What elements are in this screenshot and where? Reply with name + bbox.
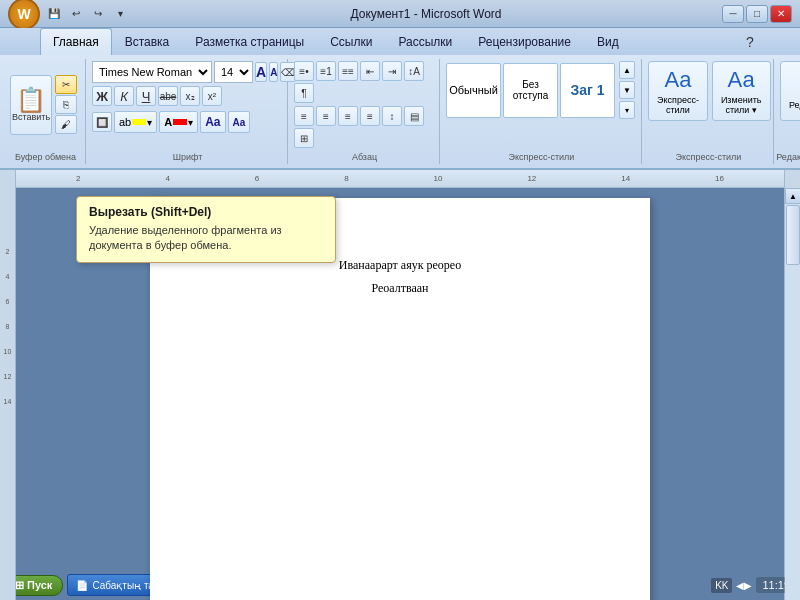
- sort-button[interactable]: ↕A: [404, 61, 424, 81]
- numbering-icon: ≡1: [320, 66, 331, 77]
- clipboard-group-content: 📋 Вставить ✂ ⎘ 🖌: [10, 61, 81, 148]
- tooltip: Вырезать (Shift+Del) Удаление выделенног…: [76, 196, 336, 263]
- bold-icon: Ж: [96, 89, 108, 104]
- style-heading1[interactable]: Заг 1: [560, 63, 615, 118]
- styles-expand-button[interactable]: ▾: [619, 101, 635, 119]
- borders-button[interactable]: ⊞: [294, 128, 314, 148]
- office-button[interactable]: W: [8, 0, 40, 30]
- more-quick-btn[interactable]: ▾: [110, 4, 130, 24]
- copy-button[interactable]: ⎘: [55, 95, 77, 114]
- font-color-button[interactable]: A ▾: [159, 111, 198, 133]
- inc-indent-icon: ⇥: [388, 66, 396, 77]
- font-color-arrow: ▾: [188, 117, 193, 128]
- subscript-button[interactable]: x₂: [180, 86, 200, 106]
- tab-home[interactable]: Главная: [40, 28, 112, 55]
- decrease-indent-button[interactable]: ⇤: [360, 61, 380, 81]
- paste-button[interactable]: 📋 Вставить: [10, 75, 52, 135]
- tab-references[interactable]: Ссылки: [317, 28, 385, 55]
- format-painter-button[interactable]: 🖌: [55, 115, 77, 134]
- underline-button[interactable]: Ч: [136, 86, 156, 106]
- paste-icon: 📋: [16, 88, 46, 112]
- superscript-button[interactable]: x²: [202, 86, 222, 106]
- font-aa2-button[interactable]: Aa: [228, 111, 251, 133]
- highlight-arrow: ▾: [147, 117, 152, 128]
- bold-button[interactable]: Ж: [92, 86, 112, 106]
- sub-icon: x₂: [186, 91, 195, 102]
- express-icon: Aa: [664, 67, 691, 93]
- tab-insert[interactable]: Вставка: [112, 28, 183, 55]
- font-aa2-icon: Aa: [233, 117, 246, 128]
- scroll-up-button[interactable]: ▲: [785, 188, 800, 204]
- align-left-button[interactable]: ≡: [294, 106, 314, 126]
- numbering-button[interactable]: ≡1: [316, 61, 336, 81]
- increase-indent-button[interactable]: ⇥: [382, 61, 402, 81]
- style-no-spacing[interactable]: Без отступа: [503, 63, 558, 118]
- show-marks-button[interactable]: ¶: [294, 83, 314, 103]
- document-scroll[interactable]: Иванаарарт аяук реорео Реоалтваан Выреза…: [16, 188, 784, 600]
- document-content: Иванаарарт аяук реорео Реоалтваан: [220, 258, 580, 296]
- minimize-button[interactable]: ─: [722, 5, 744, 23]
- strikethrough-button[interactable]: abe: [158, 86, 178, 106]
- styles-down-button[interactable]: ▼: [619, 81, 635, 99]
- font-color-swatch: [173, 119, 187, 125]
- tab-review[interactable]: Рецензирование: [465, 28, 584, 55]
- font-name-select[interactable]: Times New Roman: [92, 61, 212, 83]
- cut-icon: ✂: [62, 79, 70, 90]
- align-center-button[interactable]: ≡: [316, 106, 336, 126]
- grow-font-button[interactable]: A: [255, 62, 267, 82]
- tooltip-description: Удаление выделенного фрагмента из докуме…: [89, 223, 323, 254]
- shrink-icon: A: [270, 67, 277, 78]
- titlebar: W 💾 ↩ ↪ ▾ Документ1 - Microsoft Word ─ □…: [0, 0, 800, 28]
- multilevel-icon: ≡≡: [342, 66, 354, 77]
- highlight-icon: ab: [119, 116, 131, 128]
- shrink-font-button[interactable]: A: [269, 62, 278, 82]
- font-aa-button[interactable]: Aa: [200, 111, 225, 133]
- corner-ruler: [0, 170, 16, 188]
- titlebar-left: W 💾 ↩ ↪ ▾: [8, 0, 130, 30]
- font-name-row: Times New Roman 14 A A ⌫: [92, 61, 283, 83]
- highlight-color-button[interactable]: ab ▾: [114, 111, 157, 133]
- ribbon-content: 📋 Вставить ✂ ⎘ 🖌: [0, 55, 800, 168]
- justify-button[interactable]: ≡: [360, 106, 380, 126]
- ribbon-help-btn[interactable]: ?: [740, 32, 760, 52]
- change-label: Изменить стили ▾: [721, 95, 762, 115]
- font-label: Шрифт: [88, 152, 287, 162]
- bullets-button[interactable]: ≡•: [294, 61, 314, 81]
- text-effects-button[interactable]: 🔲: [92, 112, 112, 132]
- close-button[interactable]: ✕: [770, 5, 792, 23]
- doc-line-2: Реоалтваан: [220, 281, 580, 296]
- vertical-scrollbar: ▲ ▼ ⬆ ⬇: [784, 188, 800, 600]
- redo-quick-btn[interactable]: ↪: [88, 4, 108, 24]
- para-list-btns: ≡• ≡1 ≡≡ ⇤ ⇥ ↕A ¶: [294, 61, 435, 103]
- tab-view[interactable]: Вид: [584, 28, 632, 55]
- marks-icon: ¶: [301, 88, 306, 99]
- effects-icon: 🔲: [96, 117, 108, 128]
- window-title: Документ1 - Microsoft Word: [130, 7, 722, 21]
- underline-icon: Ч: [142, 89, 151, 104]
- maximize-button[interactable]: □: [746, 5, 768, 23]
- sort-icon: ↕A: [408, 66, 420, 77]
- align-center-icon: ≡: [323, 111, 329, 122]
- change-styles-button[interactable]: Аа Изменить стили ▾: [712, 61, 771, 121]
- style-normal[interactable]: Обычный: [446, 63, 501, 118]
- ribbon: Главная Вставка Разметка страницы Ссылки…: [0, 28, 800, 170]
- tab-mailings[interactable]: Рассылки: [385, 28, 465, 55]
- font-size-select[interactable]: 14: [214, 61, 253, 83]
- shading-button[interactable]: ▤: [404, 106, 424, 126]
- edit-button[interactable]: 🖊 Редактирование: [780, 61, 800, 121]
- scroll-thumb[interactable]: [786, 205, 800, 265]
- tab-layout[interactable]: Разметка страницы: [182, 28, 317, 55]
- scroll-track[interactable]: [785, 204, 800, 600]
- undo-quick-btn[interactable]: ↩: [66, 4, 86, 24]
- multilevel-button[interactable]: ≡≡: [338, 61, 358, 81]
- line-spacing-button[interactable]: ↕: [382, 106, 402, 126]
- italic-button[interactable]: К: [114, 86, 134, 106]
- grow-icon: A: [256, 64, 266, 80]
- styles-label: Экспресс-стили: [442, 152, 641, 162]
- paragraph-group: ≡• ≡1 ≡≡ ⇤ ⇥ ↕A ¶ ≡ ≡ ≡ ≡ ↕ ▤: [290, 59, 440, 164]
- align-right-button[interactable]: ≡: [338, 106, 358, 126]
- save-quick-btn[interactable]: 💾: [44, 4, 64, 24]
- cut-button[interactable]: ✂: [55, 75, 77, 94]
- styles-up-button[interactable]: ▲: [619, 61, 635, 79]
- express-styles-button[interactable]: Aa Экспресс-стили: [648, 61, 708, 121]
